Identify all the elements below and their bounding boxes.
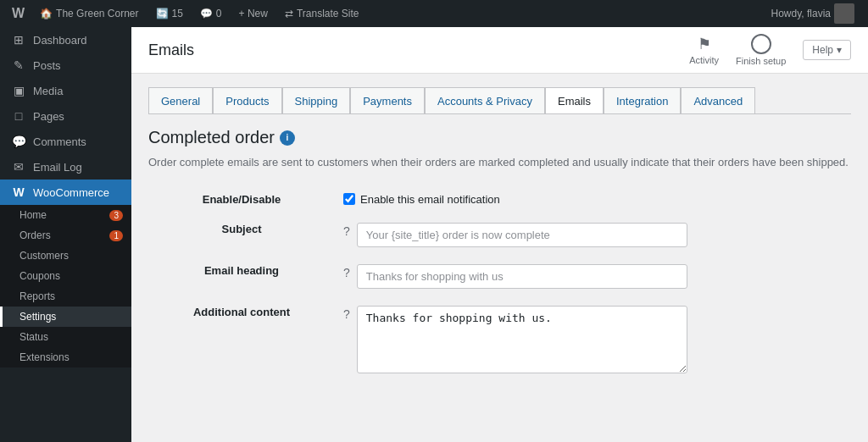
settings-form: Enable/Disable Enable this email notific… (148, 185, 851, 382)
subject-input[interactable] (357, 223, 687, 247)
additional-content-field: ? Thanks for shopping with us. (335, 297, 851, 382)
email-heading-help-icon[interactable]: ? (343, 266, 350, 279)
sidebar-item-woocommerce[interactable]: W WooCommerce (0, 180, 131, 205)
chevron-down-icon: ▾ (837, 44, 842, 56)
enable-label: Enable/Disable (148, 185, 335, 214)
comments-icon: 💬 (11, 135, 26, 148)
wp-logo[interactable]: W (7, 0, 30, 27)
content-area: Emails ⚑ Activity Finish setup Help ▾ (131, 27, 868, 442)
sidebar-item-coupons[interactable]: Coupons (0, 266, 131, 286)
form-row-subject: Subject ? (148, 214, 851, 256)
enable-checkbox-label: Enable this email notification (360, 193, 500, 206)
translate-icon: ⇄ (285, 8, 293, 19)
subject-label: Subject (148, 214, 335, 256)
settings-tabs: General Products Shipping Payments Accou… (148, 87, 851, 114)
adminbar-translate[interactable]: ⇄ Translate Site (278, 0, 366, 27)
additional-content-label: Additional content (148, 297, 335, 382)
tab-integration[interactable]: Integration (604, 87, 681, 114)
section-title: Completed order i (148, 128, 851, 147)
adminbar-comments[interactable]: 💬 0 (193, 0, 229, 27)
adminbar-site-name[interactable]: 🏠 The Green Corner (33, 0, 145, 27)
tab-products[interactable]: Products (213, 87, 281, 114)
content-topbar: Emails ⚑ Activity Finish setup Help ▾ (131, 27, 868, 74)
avatar (834, 3, 854, 24)
tab-general[interactable]: General (148, 87, 213, 114)
enable-field: Enable this email notification (335, 185, 851, 214)
updates-icon: 🔄 (156, 8, 169, 19)
tab-accounts-privacy[interactable]: Accounts & Privacy (425, 87, 545, 114)
form-row-enable: Enable/Disable Enable this email notific… (148, 185, 851, 214)
sidebar-item-comments[interactable]: 💬 Comments (0, 129, 131, 154)
adminbar-updates[interactable]: 🔄 15 (149, 0, 190, 27)
page-title: Emails (148, 41, 194, 59)
finish-setup-button[interactable]: Finish setup (736, 34, 786, 66)
tab-emails[interactable]: Emails (545, 87, 604, 114)
flag-icon: ⚑ (698, 35, 711, 53)
home-icon: 🏠 (40, 8, 53, 19)
orders-badge: 1 (109, 230, 123, 241)
woo-icon: W (11, 185, 26, 199)
media-icon: ▣ (11, 84, 26, 97)
home-badge: 3 (109, 210, 123, 221)
sidebar-item-pages[interactable]: □ Pages (0, 103, 131, 129)
form-row-email-heading: Email heading ? (148, 256, 851, 297)
topbar-right: ⚑ Activity Finish setup Help ▾ (689, 34, 851, 66)
admin-bar: W 🏠 The Green Corner 🔄 15 💬 0 + New ⇄ Tr… (0, 0, 868, 27)
enable-checkbox-row: Enable this email notification (343, 193, 851, 206)
sidebar-item-customers[interactable]: Customers (0, 246, 131, 266)
help-button[interactable]: Help ▾ (803, 40, 851, 60)
email-heading-row: ? (343, 264, 851, 289)
sidebar-item-settings[interactable]: Settings (0, 307, 131, 327)
section-description: Order complete emails are sent to custom… (148, 154, 851, 171)
additional-content-textarea[interactable]: Thanks for shopping with us. (357, 306, 687, 373)
subject-help-icon[interactable]: ? (343, 224, 350, 238)
form-row-additional-content: Additional content ? Thanks for shopping… (148, 297, 851, 382)
woo-submenu: Home 3 Orders 1 Customers Coupons Report… (0, 205, 131, 367)
enable-checkbox[interactable] (343, 193, 355, 205)
activity-button[interactable]: ⚑ Activity (689, 35, 719, 65)
additional-content-help-icon[interactable]: ? (343, 307, 350, 321)
additional-content-row: ? Thanks for shopping with us. (343, 306, 851, 373)
tab-shipping[interactable]: Shipping (282, 87, 351, 114)
subject-row: ? (343, 223, 851, 247)
sidebar-item-extensions[interactable]: Extensions (0, 347, 131, 367)
page-content: General Products Shipping Payments Accou… (131, 74, 868, 442)
dashboard-icon: ⊞ (11, 33, 26, 47)
sidebar-item-reports[interactable]: Reports (0, 286, 131, 307)
posts-icon: ✎ (11, 58, 26, 72)
sidebar-item-status[interactable]: Status (0, 327, 131, 347)
tab-payments[interactable]: Payments (350, 87, 425, 114)
email-heading-input[interactable] (357, 264, 687, 289)
subject-field: ? (335, 214, 851, 256)
sidebar-item-email-log[interactable]: ✉ Email Log (0, 154, 131, 180)
adminbar-new[interactable]: + New (232, 0, 275, 27)
info-icon[interactable]: i (280, 130, 295, 146)
pages-icon: □ (11, 109, 26, 123)
sidebar-item-media[interactable]: ▣ Media (0, 78, 131, 103)
tab-advanced[interactable]: Advanced (681, 87, 755, 114)
sidebar: ⊞ Dashboard ✎ Posts ▣ Media □ Pages 💬 Co… (0, 27, 131, 442)
main-layout: ⊞ Dashboard ✎ Posts ▣ Media □ Pages 💬 Co… (0, 27, 868, 442)
wp-logo-icon: W (12, 6, 25, 21)
sidebar-item-home[interactable]: Home 3 (0, 205, 131, 225)
comments-icon: 💬 (200, 8, 213, 19)
circle-icon (751, 34, 771, 54)
sidebar-item-orders[interactable]: Orders 1 (0, 225, 131, 246)
adminbar-right: Howdy, flavia (765, 3, 861, 24)
sidebar-item-dashboard[interactable]: ⊞ Dashboard (0, 27, 131, 52)
email-heading-label: Email heading (148, 256, 335, 297)
sidebar-item-posts[interactable]: ✎ Posts (0, 52, 131, 78)
email-log-icon: ✉ (11, 160, 26, 174)
email-heading-field: ? (335, 256, 851, 297)
adminbar-howdy[interactable]: Howdy, flavia (765, 3, 861, 24)
